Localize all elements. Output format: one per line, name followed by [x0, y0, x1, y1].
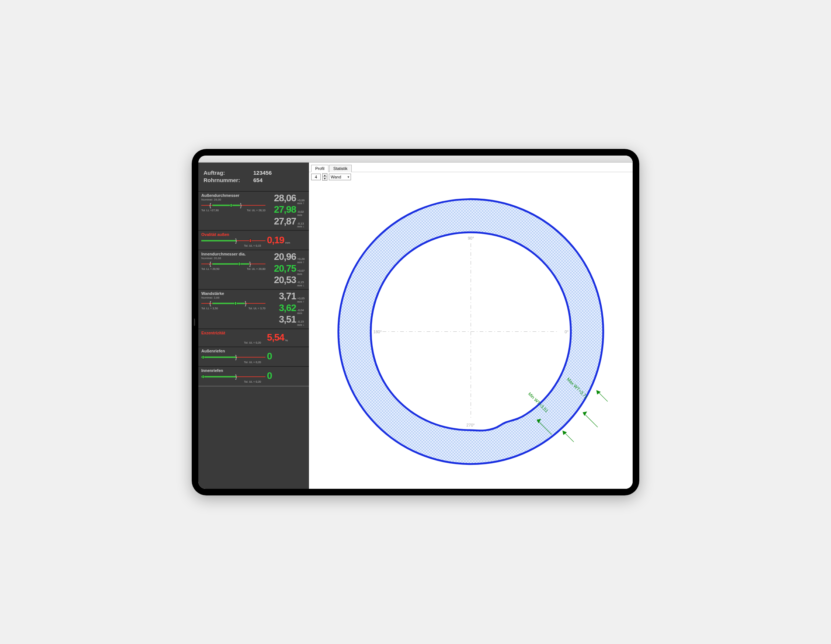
- wt-min: 3,51: [279, 315, 296, 324]
- tab-bar: Profil Statistik: [309, 164, 633, 172]
- od-nominal: Nominal: 28,00: [201, 198, 266, 201]
- sidebar: Auftrag: 123456 Rohrnummer: 654 Außendur…: [198, 156, 309, 489]
- screen: Auftrag: 123456 Rohrnummer: 654 Außendur…: [198, 156, 633, 489]
- oval-value: 0,19: [267, 235, 284, 245]
- od-title: Außendurchmesser: [201, 193, 266, 197]
- id-mid: 20,75: [274, 264, 296, 273]
- ecc-title: Exzentrizität: [201, 331, 266, 335]
- od-min: 27,87: [274, 216, 296, 226]
- angle-270-label: 270°: [466, 423, 475, 427]
- wt-title: Wandstärke: [201, 291, 266, 296]
- tablet-frame: Auftrag: 123456 Rohrnummer: 654 Außendur…: [192, 149, 639, 495]
- id-tolerance-bar: { }: [201, 261, 266, 267]
- outer-groove-title: Außenriefen: [201, 349, 266, 353]
- metric-inner-diameter: Innendurchmesser dia. Nominal: 20,68 { }…: [198, 250, 309, 289]
- oval-tol-ul: Tol. UL = 0,15: [201, 244, 266, 247]
- angle-90-label: 90°: [468, 236, 474, 240]
- metric-inner-groove: Innenriefen } Tol. UL = 0,20 0: [198, 366, 309, 386]
- id-tol-ll: Tol. LL = 20,50: [201, 267, 220, 270]
- metric-outer-diameter: Außendurchmesser Nominal: 28,00 { } Tol.…: [198, 191, 309, 231]
- layer-dropdown[interactable]: Wand: [329, 173, 351, 180]
- main-panel: Profil Statistik ▲ ▼ Wand: [309, 156, 633, 489]
- ecc-value: 5,54: [267, 332, 284, 342]
- od-max: 28,06: [274, 193, 296, 203]
- wt-tolerance-bar: { }: [201, 301, 266, 306]
- auftrag-label: Auftrag:: [204, 170, 253, 176]
- od-tol-ll: Tol. LL =27,90: [201, 209, 219, 212]
- spinner-up-icon[interactable]: ▲: [323, 173, 327, 177]
- tab-statistik[interactable]: Statistik: [329, 165, 352, 172]
- angle-180-label: 180°: [374, 329, 382, 334]
- metric-ovality: Ovalität außen } Tol. UL = 0,15 0,19 mm: [198, 230, 309, 250]
- od-tol-ul: Tol. UL = 28,10: [247, 209, 266, 212]
- spinner-down-icon[interactable]: ▼: [323, 177, 327, 180]
- metric-wall-thickness: Wandstärke Nominal: 3,66 { } Tol. LL = 3…: [198, 289, 309, 328]
- outer-groove-tol-ul: Tol. UL = 0,20: [201, 361, 266, 364]
- id-max: 20,96: [274, 252, 296, 261]
- inner-groove-tolerance-bar: }: [201, 374, 266, 379]
- outer-groove-value: 0: [267, 351, 272, 361]
- oval-title: Ovalität außen: [201, 232, 266, 237]
- id-title: Innendurchmesser dia.: [201, 252, 266, 256]
- inner-groove-value: 0: [267, 371, 272, 380]
- wt-mid: 3,62: [279, 303, 296, 313]
- tab-profil[interactable]: Profil: [311, 165, 328, 172]
- chart-toolbar: ▲ ▼ Wand: [309, 172, 633, 182]
- ecc-tolerance-bar: [201, 337, 266, 340]
- inner-groove-tol-ul: Tol. UL = 0,20: [201, 380, 266, 383]
- oval-tolerance-bar: }: [201, 238, 266, 243]
- od-mid: 27,98: [274, 205, 296, 214]
- inner-groove-title: Innenriefen: [201, 368, 266, 373]
- id-nominal: Nominal: 20,68: [201, 256, 266, 260]
- id-tol-ul: Tol. UL = 20,80: [247, 267, 266, 270]
- metric-eccentricity: Exzentrizität Tol. UL = 0,20 5,54 %: [198, 328, 309, 347]
- profile-chart: 0° 90° 180° 270°: [309, 182, 633, 489]
- id-min: 20,53: [274, 275, 296, 285]
- job-header: Auftrag: 123456 Rohrnummer: 654: [198, 166, 309, 191]
- wt-tol-ul: Tol. UL = 3,70: [248, 307, 266, 310]
- od-tolerance-bar: { }: [201, 203, 266, 208]
- wt-max: 3,71: [279, 291, 296, 301]
- metric-outer-groove: Außenriefen } Tol. UL = 0,20 0: [198, 347, 309, 366]
- count-input[interactable]: [311, 173, 321, 180]
- wt-tol-ll: Tol. LL = 3,50: [201, 307, 218, 310]
- ecc-tol-ul: Tol. UL = 0,20: [201, 341, 266, 344]
- outer-groove-tolerance-bar: }: [201, 355, 266, 360]
- auftrag-value: 123456: [253, 170, 272, 176]
- wt-nominal: Nominal: 3,66: [201, 296, 266, 299]
- rohrnummer-label: Rohrnummer:: [204, 177, 253, 183]
- angle-0-label: 0°: [564, 329, 568, 334]
- count-spinner[interactable]: ▲ ▼: [322, 173, 327, 181]
- rohrnummer-value: 654: [253, 177, 263, 183]
